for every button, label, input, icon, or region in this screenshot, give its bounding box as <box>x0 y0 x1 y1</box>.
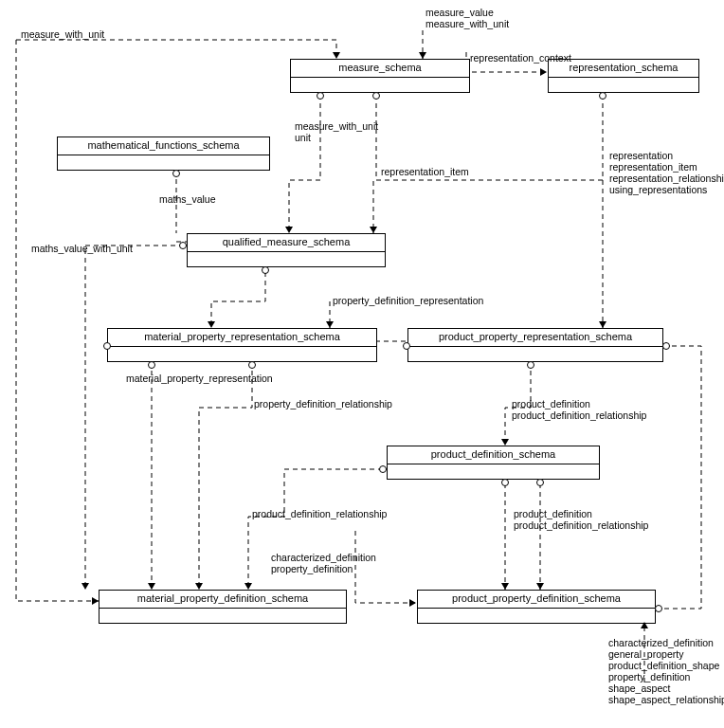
node-title: measure_schema <box>291 62 469 76</box>
arrow-icon <box>195 583 203 590</box>
edge-label: maths_value <box>159 193 216 205</box>
edge-label: material_property_representation <box>126 373 273 384</box>
ref-circle <box>599 92 606 100</box>
node-product-definition-schema: product_definition_schema <box>387 446 600 480</box>
node-mathematical-functions-schema: mathematical_functions_schema <box>57 136 270 171</box>
arrow-icon <box>409 599 416 607</box>
node-measure-schema: measure_schema <box>290 59 470 93</box>
node-material-property-definition-schema: material_property_definition_schema <box>99 590 347 624</box>
edge-label: measure_valuemeasure_with_unit <box>425 7 509 29</box>
ref-circle <box>262 266 269 274</box>
arrow-icon <box>92 597 99 605</box>
arrow-icon <box>208 321 215 328</box>
diagram-canvas: measure_schema representation_schema mat… <box>0 0 724 728</box>
arrow-icon <box>536 583 544 590</box>
edge-label: property_definition_representation <box>333 295 483 306</box>
ref-circle <box>403 342 410 350</box>
node-title: material_property_representation_schema <box>108 331 376 345</box>
node-product-property-definition-schema: product_property_definition_schema <box>417 590 656 624</box>
node-representation-schema: representation_schema <box>548 59 699 93</box>
ref-circle <box>527 361 534 369</box>
arrow-icon <box>81 583 89 590</box>
edge-label: product_definition_relationship <box>252 508 387 519</box>
edge-label: product_definitionproduct_definition_rel… <box>514 508 648 531</box>
ref-circle <box>372 92 380 100</box>
edge-label: representation_context <box>470 52 571 64</box>
arrow-icon <box>501 439 509 446</box>
arrow-icon <box>333 52 340 59</box>
arrow-icon <box>501 583 509 590</box>
ref-circle <box>248 361 256 369</box>
ref-circle <box>379 465 387 473</box>
ref-circle <box>148 361 155 369</box>
ref-circle <box>536 479 544 486</box>
arrow-icon <box>148 583 155 590</box>
ref-circle <box>655 605 662 612</box>
edge-label: characterized_definitiongeneral_property… <box>608 637 724 705</box>
edge-label: representation_item <box>381 166 469 177</box>
ref-circle <box>179 242 187 249</box>
ref-circle <box>172 170 180 177</box>
node-title: representation_schema <box>549 62 698 76</box>
node-title: mathematical_functions_schema <box>58 139 269 154</box>
edge-label: property_definition_relationship <box>254 398 392 410</box>
edge-label: product_definitionproduct_definition_rel… <box>512 398 646 421</box>
node-product-property-representation-schema: product_property_representation_schema <box>407 328 663 362</box>
node-qualified-measure-schema: qualified_measure_schema <box>187 233 386 267</box>
arrow-icon <box>285 227 293 233</box>
edge-label: measure_with_unit <box>21 28 104 40</box>
node-title: product_property_definition_schema <box>418 592 655 607</box>
ref-circle <box>317 92 324 100</box>
arrow-icon <box>244 583 252 590</box>
node-title: qualified_measure_schema <box>188 236 385 250</box>
arrow-icon <box>326 321 334 328</box>
edge-label: measure_with_unitunit <box>295 120 378 143</box>
node-title: product_property_representation_schema <box>408 331 662 345</box>
arrow-icon <box>370 227 377 233</box>
ref-circle <box>501 479 509 486</box>
ref-circle <box>662 342 670 350</box>
arrow-icon <box>641 622 648 628</box>
arrow-icon <box>599 321 606 328</box>
edge-label: representationrepresentation_itemreprese… <box>609 150 724 195</box>
arrow-icon <box>540 68 547 76</box>
edge-label: maths_value_with_unit <box>31 243 133 254</box>
arrow-icon <box>419 52 426 59</box>
node-title: material_property_definition_schema <box>100 592 346 607</box>
node-material-property-representation-schema: material_property_representation_schema <box>107 328 377 362</box>
node-title: product_definition_schema <box>388 448 599 463</box>
ref-circle <box>103 342 111 350</box>
edge-label: characterized_definitionproperty_definit… <box>271 552 376 574</box>
